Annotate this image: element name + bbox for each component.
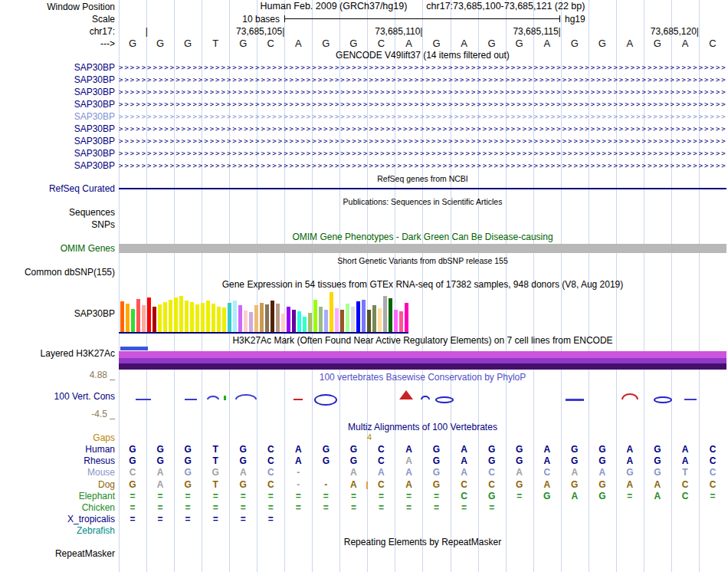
gtex-tissue-bar[interactable] xyxy=(147,298,151,332)
gtex-tissue-bar[interactable] xyxy=(217,307,221,332)
gencode-transcript-row[interactable]: SAP30BP>>>>>>>>>>>>>>>>>>>>>>>>>>>>>>>>>… xyxy=(0,135,728,147)
omim-track-label[interactable]: OMIM Genes xyxy=(0,243,115,254)
ruler-row[interactable]: |73,685,105|73,685,110|73,685,115|73,685… xyxy=(0,26,728,37)
gencode-transcript-label[interactable]: SAP30BP xyxy=(0,123,115,134)
gencode-transcript-label[interactable]: SAP30BP xyxy=(0,62,115,73)
gtex-tissue-bar[interactable] xyxy=(340,310,344,332)
alignment-row[interactable]: RhesusGGGTGCAGGCAGAGGAGGAGAC xyxy=(0,455,728,467)
gtex-tissue-bar[interactable] xyxy=(362,300,366,332)
h3k27ac-layer-1[interactable] xyxy=(119,351,726,358)
alignment-row[interactable]: DogGAGTGC--ACAGCCGAGGAACC| xyxy=(0,479,728,491)
species-label[interactable]: Chicken xyxy=(0,502,115,514)
conservation-track[interactable] xyxy=(119,382,726,420)
gtex-tissue-bar[interactable] xyxy=(351,307,355,332)
gtex-tissue-bar[interactable] xyxy=(330,292,333,332)
gtex-tissue-bar[interactable] xyxy=(185,301,189,332)
h3k27ac-layer-0[interactable] xyxy=(120,347,148,350)
gtex-tissue-bar[interactable] xyxy=(190,302,194,332)
gencode-transcript-label[interactable]: SAP30BP xyxy=(0,99,115,110)
gtex-tissue-bar[interactable] xyxy=(394,310,398,332)
strand-label[interactable]: ---> xyxy=(0,38,115,49)
gtex-tissue-bar[interactable] xyxy=(356,301,360,332)
gtex-tissue-bar[interactable] xyxy=(271,301,274,332)
species-label[interactable]: Rhesus xyxy=(0,455,115,467)
dbsnp-track-label[interactable]: Common dbSNP(155) xyxy=(0,267,115,278)
h3k27ac-track-title[interactable]: H3K27Ac Mark (Often Found Near Active Re… xyxy=(119,336,726,346)
gtex-track-title[interactable]: Gene Expression in 54 tissues from GTEx … xyxy=(119,280,726,290)
h3k27ac-layer-3[interactable] xyxy=(119,363,726,370)
species-label[interactable]: Human xyxy=(0,444,115,455)
species-label[interactable]: Dog xyxy=(0,479,115,491)
dbsnp-track-title[interactable]: Short Genetic Variants from dbSNP releas… xyxy=(119,256,726,266)
gencode-transcript-label[interactable]: SAP30BP xyxy=(0,148,115,159)
gencode-transcript-label[interactable]: SAP30BP xyxy=(0,74,115,85)
gtex-tissue-bar[interactable] xyxy=(324,310,328,332)
gtex-tissue-bar[interactable] xyxy=(287,307,290,332)
gtex-tissue-bar[interactable] xyxy=(292,310,296,332)
gaps-track-label[interactable]: Gaps xyxy=(0,432,115,443)
gtex-tissue-bar[interactable] xyxy=(179,296,183,332)
alignment-row[interactable]: MouseCAGGAC-AAAGACACAAGGTC xyxy=(0,467,728,478)
gtex-tissue-bar[interactable] xyxy=(319,307,323,332)
gtex-tissue-bar[interactable] xyxy=(238,305,242,332)
omim-gene-bar[interactable] xyxy=(119,244,726,253)
alignment-row[interactable]: Elephant============CG=GAG=AC= xyxy=(0,491,728,502)
gencode-transcript-label[interactable]: SAP30BP xyxy=(0,87,115,97)
gtex-tissue-bar[interactable] xyxy=(169,300,172,332)
alignment-row[interactable]: X_tropicalis====== xyxy=(0,514,728,525)
omim-track-title[interactable]: OMIM Gene Phenotypes - Dark Green Can Be… xyxy=(119,232,726,242)
gtex-tissue-bar[interactable] xyxy=(378,308,382,332)
gencode-transcript-row[interactable]: SAP30BP>>>>>>>>>>>>>>>>>>>>>>>>>>>>>>>>>… xyxy=(0,61,728,74)
refseq-track-label[interactable]: RefSeq Curated xyxy=(0,183,115,194)
gtex-tissue-bar[interactable] xyxy=(399,311,403,332)
gencode-transcript-label[interactable]: SAP30BP xyxy=(0,136,115,146)
gtex-tissue-bar[interactable] xyxy=(152,307,156,332)
gencode-transcript-row[interactable]: SAP30BP>>>>>>>>>>>>>>>>>>>>>>>>>>>>>>>>>… xyxy=(0,74,728,86)
gtex-tissue-bar[interactable] xyxy=(120,301,124,332)
gtex-tissue-bar[interactable] xyxy=(195,304,199,332)
gtex-tissue-bar[interactable] xyxy=(367,310,371,332)
publications-track-title[interactable]: Publications: Sequences in Scientific Ar… xyxy=(119,197,726,207)
gtex-tissue-bar[interactable] xyxy=(265,304,269,332)
gtex-tissue-bar[interactable] xyxy=(303,317,307,332)
gtex-tissue-bar[interactable] xyxy=(254,305,258,332)
gtex-tissue-bar[interactable] xyxy=(276,304,280,332)
gtex-tissue-bar[interactable] xyxy=(163,302,167,332)
gtex-tissue-bar[interactable] xyxy=(174,298,178,332)
species-label[interactable]: Mouse xyxy=(0,467,115,478)
gtex-tissue-bar[interactable] xyxy=(201,303,205,332)
gtex-tissue-bar[interactable] xyxy=(222,307,226,332)
gtex-tissue-bar[interactable] xyxy=(244,311,248,332)
gtex-tissue-bar[interactable] xyxy=(206,301,210,332)
gtex-tissue-bar[interactable] xyxy=(131,309,135,332)
alignment-row[interactable]: Chicken============== xyxy=(0,502,728,514)
repeatmasker-track-title[interactable]: Repeating Elements by RepeatMasker xyxy=(119,537,726,547)
gencode-transcript-label[interactable]: SAP30BP xyxy=(0,111,115,122)
refseq-track-title[interactable]: RefSeq genes from NCBI xyxy=(119,174,726,184)
gencode-transcript-row[interactable]: SAP30BP>>>>>>>>>>>>>>>>>>>>>>>>>>>>>>>>>… xyxy=(0,147,728,159)
species-label[interactable]: X_tropicalis xyxy=(0,514,115,525)
gtex-tissue-bar[interactable] xyxy=(405,303,408,332)
gtex-tissue-bar[interactable] xyxy=(158,304,162,332)
gtex-tissue-bar[interactable] xyxy=(281,314,285,332)
gtex-tissue-bar[interactable] xyxy=(126,304,130,332)
gencode-transcript-row[interactable]: SAP30BP>>>>>>>>>>>>>>>>>>>>>>>>>>>>>>>>>… xyxy=(0,98,728,110)
snps-track-label[interactable]: SNPs xyxy=(0,219,115,230)
gtex-track-label[interactable]: SAP30BP xyxy=(0,308,115,319)
conservation-track-label[interactable]: 100 Vert. Cons xyxy=(0,391,115,402)
gtex-tissue-bar[interactable] xyxy=(313,300,317,332)
repeatmasker-track-label[interactable]: RepeatMasker xyxy=(0,548,115,559)
gtex-tissue-bar[interactable] xyxy=(383,296,387,332)
gtex-tissue-bar[interactable] xyxy=(346,304,349,332)
gtex-tissue-bar[interactable] xyxy=(212,304,215,332)
gtex-tissue-bar[interactable] xyxy=(136,299,140,332)
refseq-gene-line[interactable] xyxy=(119,188,726,189)
species-label[interactable]: Zebrafish xyxy=(0,525,115,537)
gtex-tissue-bar[interactable] xyxy=(260,303,264,332)
gtex-tissue-bar[interactable] xyxy=(372,305,376,332)
gencode-track-title[interactable]: GENCODE V49lift37 (14 items filtered out… xyxy=(119,51,726,61)
h3k27ac-layer-2[interactable] xyxy=(119,358,726,363)
gtex-tissue-bar[interactable] xyxy=(142,305,146,332)
gtex-tissue-bar[interactable] xyxy=(297,311,301,332)
gencode-transcript-row[interactable]: SAP30BP>>>>>>>>>>>>>>>>>>>>>>>>>>>>>>>>>… xyxy=(0,86,728,98)
